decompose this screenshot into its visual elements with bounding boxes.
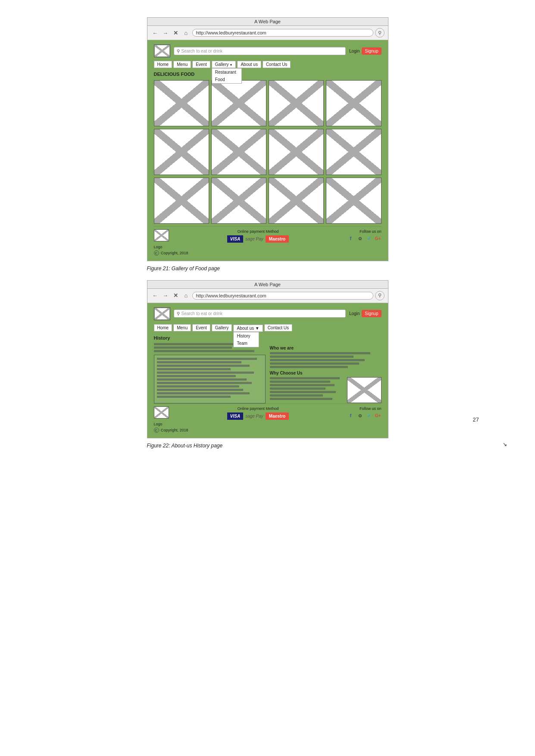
payment-title-2: Online payment Method [227, 406, 289, 411]
twitter-icon-2[interactable]: ✓ [366, 412, 372, 419]
who-we-are-heading: Who we are [270, 346, 382, 350]
social-section-1: Follow us on f ⊙ ✓ G+ [347, 229, 382, 242]
googleplus-icon-1[interactable]: G+ [375, 235, 382, 242]
footer-logo-2 [154, 406, 169, 419]
section-title-1: DELICIOUS FOOD [154, 72, 382, 77]
grid-image-3-1 [154, 178, 209, 224]
nav-contact-2[interactable]: Contact Us [264, 324, 292, 331]
header-logo-2 [154, 307, 170, 320]
site-header-1: ⚲ Search to eat or drink Login Signup [154, 44, 382, 57]
text-line-b3 [157, 365, 250, 367]
back-button-1[interactable]: ← [151, 28, 160, 37]
browser-search-icon-1[interactable]: ⚲ [375, 28, 385, 37]
text-line-w5 [270, 366, 348, 368]
search-icon-1: ⚲ [177, 49, 180, 53]
copyright-text-2: Copyright, 2018 [161, 428, 188, 432]
nav-event-1[interactable]: Event [192, 61, 210, 68]
signup-button-1[interactable]: Signup [362, 47, 381, 55]
text-line-b11 [157, 392, 250, 394]
home-nav-button-2[interactable]: ⌂ [182, 291, 191, 300]
youtube-icon-1[interactable]: ⊙ [357, 235, 363, 242]
about-text-block [154, 355, 266, 403]
search-bar-1[interactable]: ⚲ Search to eat or drink [174, 47, 346, 55]
gallery-dropdown-restaurant[interactable]: Restaurant [212, 69, 241, 76]
social-icons-2: f ⊙ ✓ G+ [347, 412, 382, 419]
text-line-b2 [157, 361, 241, 363]
footer-copyright-1: C Copyright, 2018 [154, 250, 382, 256]
grid-image-3-4 [326, 178, 381, 224]
auth-buttons-1: Login Signup [349, 47, 382, 55]
nav-about-1[interactable]: About us [237, 61, 261, 68]
about-left-col [154, 343, 266, 403]
search-placeholder-1: Search to eat or drink [181, 49, 223, 53]
facebook-icon-1[interactable]: f [347, 235, 354, 242]
text-line-b9 [157, 385, 239, 387]
why-choose-text [270, 377, 344, 403]
nav-menu-2[interactable]: Menu [173, 324, 191, 331]
twitter-icon-1[interactable]: ✓ [366, 235, 372, 242]
text-lines-block [157, 358, 263, 398]
site-header-2: ⚲ Search to eat or drink Login Signup [154, 307, 382, 320]
forward-button-1[interactable]: → [161, 28, 170, 37]
browser-window-1: A Web Page ← → ✕ ⌂ ⚲ ⚲ Search to eat or … [147, 17, 388, 261]
text-line-b1 [157, 358, 257, 360]
text-line-2 [154, 347, 232, 349]
about-right-col: Who we are Why Choose Us [270, 343, 382, 403]
youtube-icon-2[interactable]: ⊙ [357, 412, 363, 419]
about-dropdown-team[interactable]: Team [234, 340, 259, 347]
history-title-2: History [154, 335, 382, 341]
browser-titlebar-1: A Web Page [147, 18, 388, 26]
nav-contact-1[interactable]: Contact Us [263, 61, 291, 68]
nav-gallery-2[interactable]: Gallery [212, 324, 232, 331]
search-bar-2[interactable]: ⚲ Search to eat or drink [174, 309, 346, 318]
text-line-y4 [270, 387, 326, 390]
text-line-b6 [157, 375, 236, 377]
footer-logo-text-2: Logo [154, 422, 382, 426]
browser-search-icon-2[interactable]: ⚲ [375, 291, 385, 300]
social-title-2: Follow us on [347, 406, 382, 411]
url-bar-1[interactable] [192, 29, 373, 37]
facebook-icon-2[interactable]: f [347, 412, 354, 419]
text-line-w4 [270, 362, 359, 365]
forward-button-2[interactable]: → [161, 291, 170, 300]
close-button-2[interactable]: ✕ [172, 291, 180, 300]
nav-home-2[interactable]: Home [154, 324, 172, 331]
login-button-1[interactable]: Login [349, 49, 360, 53]
back-button-2[interactable]: ← [151, 291, 160, 300]
nav-gallery-1[interactable]: Gallery [212, 61, 236, 68]
footer-logo-1 [154, 229, 169, 241]
nav-home-1[interactable]: Home [154, 61, 172, 68]
url-bar-2[interactable] [192, 292, 373, 300]
figure-caption-2: Figure 22: About-us History page [147, 443, 388, 449]
nav-menu-1[interactable]: Menu [173, 61, 191, 68]
payment-visa-2: VISA [227, 412, 243, 420]
close-button-1[interactable]: ✕ [172, 28, 180, 37]
text-line-y6 [270, 394, 323, 397]
social-title-1: Follow us on [347, 229, 382, 234]
footer-logo-area-1 [154, 229, 169, 241]
about-dropdown-history[interactable]: History [234, 332, 259, 340]
grid-image-3-2 [211, 178, 266, 224]
gallery-dropdown-food[interactable]: Food [212, 76, 241, 83]
resize-handle-2[interactable]: ↘ [502, 441, 508, 447]
grid-image-3-3 [269, 178, 324, 224]
grid-image-1-3 [269, 80, 324, 126]
page-number: 27 [473, 416, 479, 423]
signup-button-2[interactable]: Signup [362, 310, 381, 317]
text-line-b4 [157, 368, 231, 370]
text-lines-who [270, 352, 382, 368]
payment-maestro-1: Maestro [266, 235, 289, 243]
nav-about-2[interactable]: About us ▼ [233, 325, 263, 332]
text-line-w1 [270, 352, 370, 354]
auth-buttons-2: Login Signup [349, 310, 382, 317]
grid-image-1-2 [211, 80, 266, 126]
payment-sage-1: sage Pay [245, 237, 263, 241]
text-line-b8 [157, 382, 252, 384]
home-nav-button-1[interactable]: ⌂ [182, 28, 191, 37]
about-nav-wrap-2: About us ▼ History Team [233, 324, 263, 332]
nav-event-2[interactable]: Event [192, 324, 210, 331]
googleplus-icon-2[interactable]: G+ [375, 412, 382, 419]
figure-caption-1: Figure 21: Gallery of Food page [147, 266, 388, 272]
login-button-2[interactable]: Login [349, 311, 360, 316]
payment-visa-1: VISA [227, 235, 243, 243]
